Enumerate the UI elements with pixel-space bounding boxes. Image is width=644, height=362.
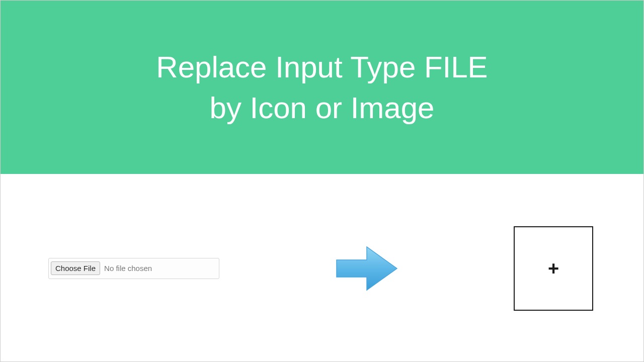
file-status-text: No file chosen [104, 264, 152, 273]
choose-file-button[interactable]: Choose File [51, 261, 100, 275]
page-title: Replace Input Type FILE by Icon or Image [156, 47, 488, 128]
title-line-2: by Icon or Image [210, 91, 435, 125]
native-file-input[interactable]: Choose File No file chosen [48, 258, 219, 279]
arrow-right-icon [332, 241, 402, 296]
plus-icon: + [548, 259, 559, 278]
content-area: Choose File No file chosen + [1, 174, 643, 362]
header-banner: Replace Input Type FILE by Icon or Image [1, 1, 643, 174]
title-line-1: Replace Input Type FILE [156, 50, 488, 84]
custom-file-upload-box[interactable]: + [514, 226, 593, 311]
